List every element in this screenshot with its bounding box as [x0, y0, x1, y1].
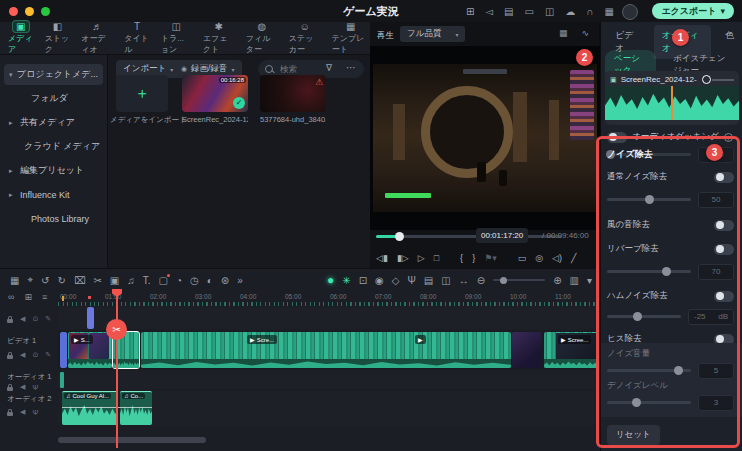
cloud-upload-icon[interactable]: ☁ [565, 6, 575, 17]
link-clips-icon[interactable]: ⊞ [24, 292, 32, 302]
noise-volume-slider[interactable] [607, 369, 691, 372]
reverb-slider[interactable] [607, 270, 691, 273]
minimize-window-button[interactable] [25, 7, 34, 16]
voice-track-icon[interactable]: Ψ [32, 384, 38, 391]
enhance-icon[interactable]: ✳ [342, 275, 350, 286]
media-thumbnail-uhd[interactable]: ⚠ [260, 75, 326, 112]
next-frame-icon[interactable]: ▮▷ [397, 253, 409, 263]
video-clip-long[interactable]: ▶Scre... ▶ [141, 332, 511, 368]
record-icon[interactable]: ◉ [375, 275, 384, 286]
audio-clip-co[interactable]: ♫ Co... [120, 391, 152, 425]
video-clip-1[interactable]: ▶S... [68, 332, 112, 368]
mask-icon[interactable]: ▢ [159, 275, 168, 286]
lock-track-icon[interactable] [7, 319, 13, 323]
mute-track-icon[interactable]: ◀ [20, 315, 25, 323]
mark-in-icon[interactable]: { [460, 253, 463, 263]
sidebar-item-influence-kit[interactable]: ▸ Influence Kit [4, 184, 103, 205]
display-device-icon[interactable]: ▭ [518, 253, 527, 263]
denoise-level-slider[interactable] [607, 401, 691, 404]
export-button[interactable]: エクスポート ▾ [652, 3, 734, 19]
video-clip-end[interactable]: ▶Scree... [544, 332, 598, 368]
selected-clip-card[interactable]: ▣ ScreenRec_2024-12-... [605, 71, 739, 125]
text-tool-icon[interactable]: T. [143, 275, 151, 286]
mute-track-icon[interactable]: ◀ [20, 351, 25, 359]
tab-filter[interactable]: ◍ フィルター [246, 21, 278, 55]
detach-audio-icon[interactable]: ♫ [127, 275, 135, 286]
select-tool-icon[interactable]: ⌖ [27, 274, 33, 286]
headset-icon[interactable]: ∩ [586, 6, 593, 17]
track-fx-icon[interactable]: ✎ [45, 351, 51, 359]
timeline-ruler[interactable]: ∞⊞≡ 00:0001:0002:0003:0004:0005:0006:000… [0, 291, 600, 307]
preview-video[interactable] [370, 46, 600, 230]
ai-assistant-icon[interactable]: ● [327, 273, 334, 287]
video1-track-lane[interactable]: ▶S... ▶Scre... ▶ ▶Scree... [58, 331, 600, 369]
tab-template[interactable]: ▦ テンプレート [332, 21, 370, 55]
speed-icon[interactable]: ◔ [176, 275, 182, 286]
keyframe-icon[interactable]: ◷ [190, 275, 199, 286]
overlay-clip[interactable] [87, 307, 94, 329]
tab-effect[interactable]: ✱ エフェクト [203, 21, 235, 55]
sidebar-item-edit-presets[interactable]: ▸ 編集プリセット [4, 160, 103, 181]
screen-record-icon[interactable]: ⊡ [359, 275, 367, 286]
audio2-track-lane[interactable]: ♫ Cool Guy Al... ♫ Co... [58, 391, 600, 425]
video-clip-thumb[interactable] [512, 332, 542, 368]
zoom-out-icon[interactable]: ⊖ [477, 275, 485, 286]
hum-noise-toggle[interactable] [714, 291, 734, 302]
lock-track-icon[interactable] [7, 412, 13, 416]
user-avatar[interactable] [622, 4, 638, 20]
scrubber-knob[interactable] [395, 232, 404, 241]
tab-sticker[interactable]: ☺ ステッカー [289, 21, 321, 55]
sidebar-item-folder[interactable]: フォルダ [4, 88, 103, 109]
audio1-track-lane[interactable] [58, 371, 600, 389]
search-input[interactable] [278, 63, 352, 75]
track-manager-icon[interactable]: ▥ [570, 275, 579, 286]
safe-area-icon[interactable]: ◇ [392, 275, 400, 286]
zoom-fit-icon[interactable]: ⊕ [553, 275, 561, 286]
normal-noise-slider[interactable] [607, 198, 691, 201]
display-icon[interactable]: ▭ [524, 6, 533, 17]
sidebar-item-cloud-media[interactable]: クラウド メディア [4, 136, 103, 157]
sidebar-item-shared-media[interactable]: ▸ 共有メディア [4, 112, 103, 133]
play-icon[interactable]: ▷ [418, 253, 425, 263]
undo-icon[interactable]: ↺ [41, 275, 49, 286]
save-icon[interactable]: ◫ [545, 6, 554, 17]
crop-icon[interactable]: ▣ [110, 275, 119, 286]
gift-icon[interactable]: ⊞ [466, 6, 474, 17]
voice-track-icon[interactable]: Ψ [32, 409, 38, 416]
effects-icon[interactable]: ⊛ [221, 275, 229, 286]
overlay-track-lane[interactable] [58, 307, 600, 329]
reset-button[interactable]: リセット [607, 425, 660, 445]
reverb-toggle[interactable] [714, 244, 734, 255]
preview-scrubber[interactable] [376, 235, 562, 238]
timeline-horizontal-scrollbar[interactable] [58, 437, 206, 443]
reverb-value[interactable]: 70 [698, 264, 734, 280]
tab-audio[interactable]: ♬ オーディオ [81, 21, 113, 55]
lock-track-icon[interactable] [7, 387, 13, 391]
scopes-icon[interactable]: ∿ [581, 28, 589, 38]
audio-clip-cool-guy[interactable]: ♫ Cool Guy Al... [62, 391, 118, 425]
sidebar-item-project-media[interactable]: ▾ プロジェクトメデ... [4, 64, 103, 85]
media-grid-icon[interactable]: ▦ [10, 275, 19, 286]
prev-frame-icon[interactable]: ◁▮ [376, 253, 388, 263]
split-screen-icon[interactable]: ▦ [559, 28, 568, 38]
tab-title[interactable]: T タイトル [124, 21, 150, 55]
close-window-button[interactable] [9, 7, 18, 16]
normal-noise-toggle[interactable] [714, 172, 734, 183]
timeline-marker-orange[interactable] [62, 296, 64, 301]
tab-stock[interactable]: ◧ ストック [45, 21, 71, 55]
import-media-tile[interactable]: ＋ [116, 75, 168, 112]
wind-noise-toggle[interactable] [714, 220, 734, 231]
tab-media[interactable]: ▣ メディア [8, 21, 34, 55]
noise-volume-value[interactable]: 5 [698, 363, 734, 379]
tab-transition[interactable]: ◫ トラ...ョン [161, 21, 192, 55]
sidebar-item-photos-library[interactable]: Photos Library [4, 208, 103, 229]
audio-clip-sliver[interactable] [60, 372, 64, 388]
color-icon[interactable]: ◐ [207, 275, 213, 286]
shortcut-icon[interactable]: ▦ [605, 6, 614, 17]
snapshot-icon[interactable]: ◎ [535, 253, 543, 263]
preview-volume-icon[interactable]: ◁) [552, 253, 562, 263]
timeline-marker-red[interactable] [88, 296, 91, 299]
quality-dropdown[interactable]: フル品質 ▾ [400, 26, 465, 42]
megaphone-icon[interactable]: ◅ [485, 6, 493, 17]
ducking-toggle[interactable] [607, 132, 627, 143]
